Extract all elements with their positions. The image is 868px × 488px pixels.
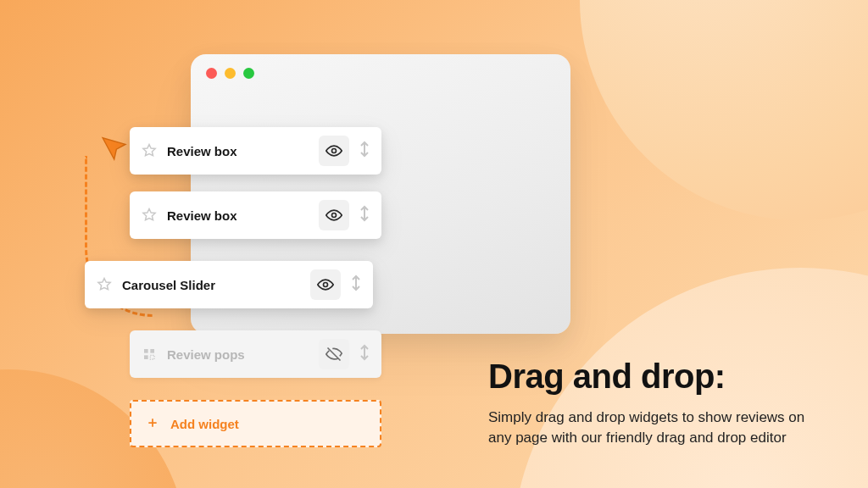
visibility-toggle[interactable] (319, 200, 349, 230)
headline: Drag and drop: (488, 358, 827, 396)
traffic-lights (206, 68, 254, 79)
svg-point-0 (332, 149, 337, 153)
visibility-toggle[interactable] (310, 269, 341, 300)
minimize-dot[interactable] (225, 68, 236, 79)
widget-label: Carousel Slider (122, 278, 310, 292)
marketing-copy: Drag and drop: Simply drag and drop widg… (488, 358, 827, 449)
subcopy: Simply drag and drop widgets to show rev… (488, 408, 827, 449)
widget-card-disabled[interactable]: Review pops (130, 330, 381, 378)
svg-point-2 (324, 283, 328, 287)
widget-card[interactable]: Carousel Slider (85, 261, 373, 308)
widget-list: Review box Review box Carousel S (127, 127, 381, 447)
widget-label: Review box (167, 144, 319, 158)
drag-handle-icon[interactable] (358, 141, 371, 161)
svg-rect-3 (144, 349, 148, 353)
widget-label: Review box (167, 208, 319, 223)
visibility-toggle[interactable] (319, 136, 349, 166)
star-icon (140, 143, 159, 158)
visibility-toggle-off[interactable] (319, 339, 349, 369)
grid-icon (140, 347, 159, 361)
svg-point-1 (332, 214, 337, 218)
drag-handle-icon[interactable] (358, 205, 371, 225)
maximize-dot[interactable] (243, 68, 254, 79)
drag-handle-icon[interactable] (358, 344, 371, 364)
add-widget-label: Add widget (170, 417, 239, 431)
drag-handle-icon[interactable] (349, 274, 363, 295)
star-icon (140, 208, 159, 223)
star-icon (95, 277, 114, 292)
svg-rect-6 (150, 355, 154, 359)
widget-card[interactable]: Review box (130, 191, 381, 239)
plus-icon (147, 417, 159, 431)
svg-rect-5 (144, 355, 148, 359)
svg-rect-4 (150, 349, 154, 353)
widget-label: Review pops (167, 347, 319, 362)
close-dot[interactable] (206, 68, 217, 79)
widget-card[interactable]: Review box (130, 127, 381, 175)
add-widget-button[interactable]: Add widget (130, 400, 381, 447)
